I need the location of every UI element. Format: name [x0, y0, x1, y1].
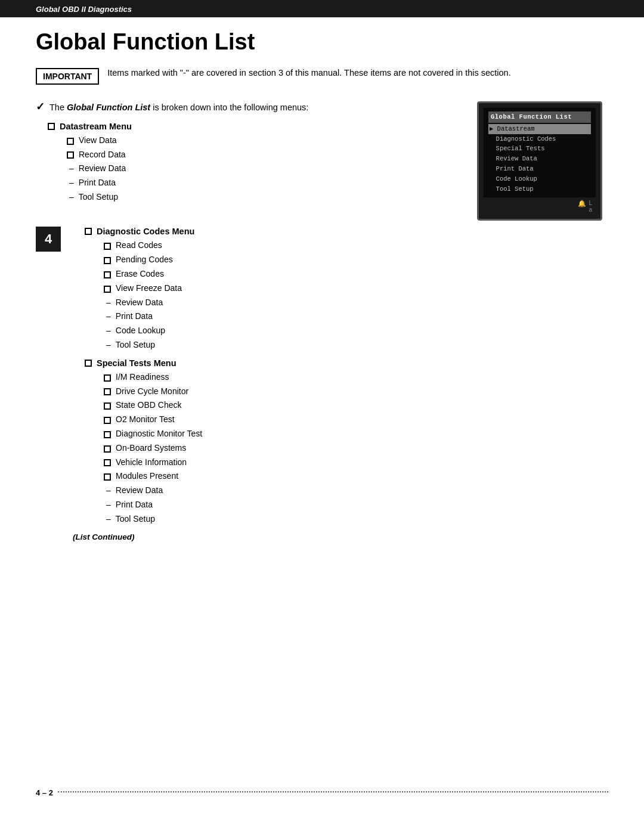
- checkbox-icon: [104, 271, 111, 278]
- item-label: Tool Setup: [116, 338, 155, 352]
- checkbox-icon: [104, 459, 111, 466]
- diagnostic-menu-items: Read Codes Pending Codes Erase Codes: [104, 239, 608, 352]
- special-checkbox-icon: [85, 360, 92, 367]
- item-label: Review Data: [79, 162, 126, 176]
- item-label: On-Board Systems: [116, 441, 186, 456]
- list-item: O2 Monitor Test: [104, 413, 608, 427]
- item-label: View Data: [79, 134, 117, 148]
- list-item: Modules Present: [104, 469, 608, 484]
- item-label: Code Lookup: [116, 324, 165, 338]
- item-label: Tool Setup: [116, 512, 155, 527]
- diagnostic-content: Diagnostic Codes Menu Read Codes Pending…: [73, 227, 608, 553]
- special-menu-label: Special Tests Menu: [97, 358, 177, 368]
- checkmark-intro: ✓ The Global Function List is broken dow…: [36, 101, 459, 114]
- footer: 4 – 2: [0, 788, 644, 797]
- datastream-menu-header: Datastream Menu: [48, 122, 459, 131]
- item-label: Erase Codes: [116, 267, 164, 281]
- screenshot-title: Global Function List: [488, 112, 591, 123]
- list-item: View Data: [67, 134, 459, 148]
- screenshot-mockup: Global Function List ▶ Datastream Diagno…: [477, 101, 602, 221]
- list-item: Erase Codes: [104, 267, 608, 281]
- item-label: Vehicle Information: [116, 456, 187, 470]
- datastream-menu-section: Datastream Menu View Data Record Data Re…: [36, 122, 459, 205]
- checkbox-icon: [104, 417, 111, 424]
- important-text: Items marked with "-" are covered in sec…: [107, 67, 511, 80]
- item-label: Tool Setup: [79, 190, 118, 205]
- screenshot-column: Global Function List ▶ Datastream Diagno…: [477, 101, 608, 221]
- screenshot-item: Tool Setup: [488, 184, 591, 194]
- list-item: Code Lookup: [104, 324, 608, 338]
- important-box: IMPORTANT Items marked with "-" are cove…: [36, 67, 608, 85]
- item-label: Drive Cycle Monitor: [116, 385, 188, 399]
- list-item: Print Data: [104, 309, 608, 324]
- checkbox-icon: [104, 257, 111, 264]
- list-item: View Freeze Data: [104, 281, 608, 296]
- item-label: Print Data: [116, 309, 153, 324]
- list-item: State OBD Check: [104, 398, 608, 413]
- checkbox-icon: [104, 402, 111, 410]
- list-item: Review Data: [104, 296, 608, 310]
- footer-dots: [58, 791, 608, 792]
- top-header-bar: Global OBD II Diagnostics: [0, 0, 644, 17]
- diagnostic-menu-label: Diagnostic Codes Menu: [97, 227, 194, 236]
- item-label: View Freeze Data: [116, 281, 182, 296]
- list-item: Pending Codes: [104, 253, 608, 267]
- screenshot-status-icons: 🔔 La: [484, 197, 596, 214]
- datastream-checkbox-icon: [48, 123, 55, 130]
- checkbox-icon: [104, 286, 111, 293]
- checkmark-text: The Global Function List is broken down …: [49, 101, 308, 114]
- list-item: Tool Setup: [104, 338, 608, 352]
- list-item: Tool Setup: [67, 190, 459, 205]
- section-number: 4: [45, 231, 52, 247]
- footer-page-number: 4 – 2: [36, 788, 53, 797]
- diagnostic-section-inner: 4 Diagnostic Codes Menu Read Codes: [36, 227, 608, 553]
- item-label: Review Data: [116, 484, 163, 498]
- item-label: Review Data: [116, 296, 163, 310]
- screenshot-screen: Global Function List ▶ Datastream Diagno…: [484, 108, 596, 197]
- item-label: I/M Readiness: [116, 370, 169, 385]
- special-menu-section: Special Tests Menu I/M Readiness Drive C…: [73, 358, 608, 527]
- page-title: Global Function List: [36, 29, 608, 55]
- checkbox-icon: [104, 431, 111, 438]
- list-item: Print Data: [67, 176, 459, 190]
- list-item: Review Data: [104, 484, 608, 498]
- screenshot-item: Diagnostic Codes: [488, 134, 591, 144]
- special-menu-header: Special Tests Menu: [85, 358, 608, 368]
- diagnostic-menu-section: Diagnostic Codes Menu Read Codes Pending…: [73, 227, 608, 352]
- diagnostic-menu-header: Diagnostic Codes Menu: [85, 227, 608, 236]
- list-item: Record Data: [67, 148, 459, 162]
- item-label: State OBD Check: [116, 398, 182, 413]
- list-item: Review Data: [67, 162, 459, 176]
- diagnostic-checkbox-icon: [85, 228, 92, 235]
- list-item: Tool Setup: [104, 512, 608, 527]
- datastream-menu-items: View Data Record Data Review Data Print …: [67, 134, 459, 205]
- main-content: Global Function List IMPORTANT Items mar…: [0, 17, 644, 587]
- item-label: Modules Present: [116, 469, 178, 484]
- list-item: Print Data: [104, 498, 608, 512]
- checkmark-symbol: ✓: [36, 100, 45, 113]
- item-label: Print Data: [116, 498, 153, 512]
- screenshot-selected-item: ▶ Datastream: [488, 124, 591, 134]
- list-continued: (List Continued): [73, 532, 608, 541]
- checkbox-icon: [67, 138, 74, 145]
- list-item: I/M Readiness: [104, 370, 608, 385]
- left-column: ✓ The Global Function List is broken dow…: [36, 101, 459, 210]
- header-title: Global OBD II Diagnostics: [36, 5, 132, 14]
- checkbox-icon: [104, 388, 111, 395]
- special-menu-items: I/M Readiness Drive Cycle Monitor State …: [104, 370, 608, 527]
- datastream-menu-label: Datastream Menu: [60, 122, 132, 131]
- screenshot-item: Code Lookup: [488, 174, 591, 184]
- screenshot-item: Review Data: [488, 154, 591, 164]
- two-col-layout: ✓ The Global Function List is broken dow…: [36, 101, 608, 221]
- checkbox-icon: [67, 151, 74, 159]
- item-label: Pending Codes: [116, 253, 173, 267]
- item-label: Read Codes: [116, 239, 162, 253]
- list-item: Diagnostic Monitor Test: [104, 427, 608, 441]
- page-container: Global OBD II Diagnostics Global Functio…: [0, 0, 644, 833]
- list-item: Drive Cycle Monitor: [104, 385, 608, 399]
- checkbox-icon: [104, 243, 111, 250]
- item-label: O2 Monitor Test: [116, 413, 175, 427]
- checkbox-icon: [104, 374, 111, 382]
- list-item: Read Codes: [104, 239, 608, 253]
- section-number-block: 4: [36, 227, 61, 252]
